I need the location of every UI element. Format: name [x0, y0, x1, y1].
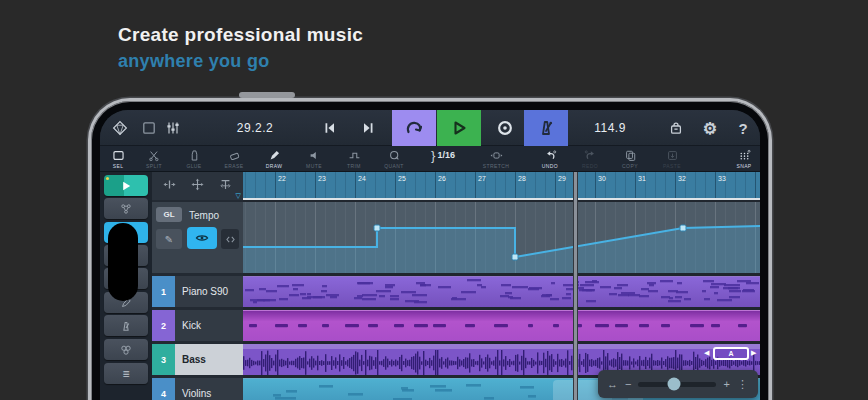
tempo-visibility-button[interactable] — [187, 227, 217, 249]
zoom-slider[interactable] — [638, 382, 716, 387]
hero-text: Create professional music anywhere you g… — [118, 24, 363, 72]
settings-gear-icon[interactable]: ⚙ — [696, 110, 724, 146]
glue-icon — [188, 149, 201, 162]
fit-width-icon[interactable]: ↔ — [607, 379, 618, 390]
tool-mute[interactable]: MUTE — [296, 148, 332, 169]
tool-draw[interactable]: DRAW — [256, 148, 292, 169]
tool-redo[interactable]: REDO — [572, 148, 608, 169]
draw-icon — [268, 149, 281, 162]
tool-quant[interactable]: QUANT — [376, 148, 412, 169]
tempo-node[interactable] — [512, 254, 518, 260]
track-name: Kick — [182, 310, 201, 341]
zoom-out-button[interactable]: − — [625, 379, 631, 390]
loop-marker-a[interactable]: A — [713, 347, 749, 360]
tool-sel[interactable]: SEL — [100, 148, 136, 169]
play-button[interactable] — [437, 110, 481, 146]
ruler-bar-number: 28 — [518, 175, 526, 182]
global-track-chip[interactable]: GL — [156, 207, 182, 222]
menu-button[interactable]: ≡ — [104, 363, 148, 384]
ruler-bar-number: 27 — [478, 175, 486, 182]
copy-icon — [624, 149, 637, 162]
track-number: 3 — [152, 344, 175, 375]
stage: { "hero": { "title": "Create professiona… — [0, 0, 868, 400]
track-name: Violins — [182, 378, 211, 400]
project-icon — [141, 120, 157, 136]
arrange-area: ≡ ▽ GL Tempo ✎ 1Piano S902Kick3Bass4Viol… — [100, 172, 760, 400]
mixer-icon — [165, 120, 181, 136]
more-options-icon[interactable]: ⋮ — [737, 379, 748, 390]
cycle-button[interactable] — [392, 110, 436, 146]
split-icon — [148, 149, 161, 162]
skip-end-icon — [360, 120, 376, 136]
sel-icon — [112, 149, 125, 162]
track-name: Bass — [182, 344, 206, 375]
playhead[interactable] — [573, 172, 578, 400]
zc-v — [191, 178, 204, 191]
project-icon[interactable] — [138, 110, 160, 146]
zoom-track-icon[interactable] — [219, 177, 232, 195]
track-header-violins[interactable]: 4Violins — [152, 378, 243, 400]
zoom-vertical-icon[interactable] — [191, 177, 204, 195]
record-icon[interactable] — [490, 110, 520, 146]
tempo-node[interactable] — [680, 225, 686, 231]
tool-undo[interactable]: UNDO — [532, 148, 568, 169]
time-display[interactable]: 29.2.2 — [220, 110, 290, 146]
track-name: Piano S90 — [182, 276, 228, 307]
tempo-resize-button[interactable] — [221, 229, 239, 249]
tempo-automation-lane[interactable] — [243, 202, 760, 273]
ruler-bar-number: 31 — [638, 175, 646, 182]
tool-snap[interactable]: SNAP — [726, 148, 760, 169]
help-icon[interactable]: ? — [730, 110, 756, 146]
region-piano-s90[interactable] — [243, 276, 760, 307]
ruler-bar-number: 23 — [318, 175, 326, 182]
tool-erase[interactable]: ERASE — [216, 148, 252, 169]
app-screen: 29.2.2114.9⚙? SELSPLITGLUEERASEDRAWMUTET… — [100, 110, 760, 400]
tempo-node[interactable] — [374, 225, 380, 231]
tool-copy[interactable]: COPY — [612, 148, 648, 169]
timeline-ruler[interactable]: 222324252627282930313233 — [243, 172, 760, 200]
tool-stretch[interactable]: STRETCH — [478, 148, 514, 169]
shop-icon[interactable] — [662, 110, 690, 146]
redo-icon — [584, 149, 597, 162]
ruler-bar-number: 32 — [678, 175, 686, 182]
zoom-in-button[interactable]: + — [723, 379, 729, 390]
tool-paste[interactable]: PASTE — [654, 148, 690, 169]
zoom-horizontal-icon[interactable] — [163, 177, 176, 195]
shop-icon — [668, 120, 684, 136]
skip-end-icon[interactable] — [354, 110, 382, 146]
zoom-slider-thumb[interactable] — [667, 378, 680, 391]
inspector-play-button[interactable] — [104, 175, 148, 196]
tempo-display[interactable]: 114.9 — [580, 110, 640, 146]
track-header-piano-s90[interactable]: 1Piano S90 — [152, 276, 243, 307]
logo-diamond-icon[interactable] — [108, 110, 132, 146]
media-button[interactable] — [104, 198, 148, 219]
hero-title: Create professional music — [118, 24, 363, 46]
tempo-track-header[interactable]: GL Tempo ✎ — [152, 202, 243, 273]
pads-button[interactable] — [104, 339, 148, 360]
track-number: 2 — [152, 310, 175, 341]
erase-icon — [228, 149, 241, 162]
camera-cutout — [108, 223, 138, 301]
track-header-bass[interactable]: 3Bass — [152, 344, 243, 375]
metronome-button[interactable] — [524, 110, 568, 146]
tool-116[interactable]: }1/16 — [425, 148, 461, 162]
metronome-side-button[interactable] — [104, 315, 148, 336]
tool-glue[interactable]: GLUE — [176, 148, 212, 169]
ruler-bar-number: 26 — [438, 175, 446, 182]
skip-start-icon[interactable] — [316, 110, 344, 146]
marker-left-arrow-icon[interactable]: ◀ — [704, 349, 709, 356]
tempo-edit-button[interactable]: ✎ — [156, 229, 182, 249]
quantize-value[interactable]: 1/16 — [437, 150, 455, 160]
tool-trim[interactable]: TRIM — [336, 148, 372, 169]
tool-split[interactable]: SPLIT — [136, 148, 172, 169]
marker-right-arrow-icon[interactable]: ▶ — [751, 349, 756, 356]
transport-bar: 29.2.2114.9⚙? — [100, 110, 760, 146]
mixer-icon[interactable] — [162, 110, 184, 146]
snap-icon — [738, 149, 751, 162]
ruler-bar-number: 29 — [558, 175, 566, 182]
track-header-kick[interactable]: 2Kick — [152, 310, 243, 341]
mute-icon — [308, 149, 321, 162]
region-kick[interactable] — [243, 310, 760, 341]
undo-icon — [544, 149, 557, 162]
skip-start-icon — [322, 120, 338, 136]
